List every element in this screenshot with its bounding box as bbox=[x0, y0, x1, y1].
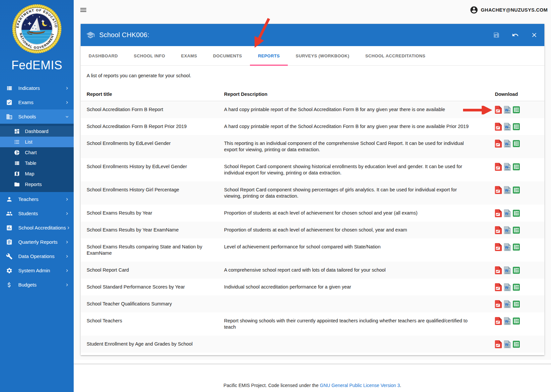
sidebar-item-school-accreditations[interactable]: School Accreditations bbox=[0, 221, 74, 235]
pdf-download-icon[interactable] bbox=[495, 266, 502, 274]
schools-submenu: DashboardListChartTableMapReports bbox=[0, 124, 74, 192]
pdf-download-icon[interactable] bbox=[495, 317, 502, 325]
table-row: School Accreditation Form B Report A har… bbox=[81, 101, 544, 118]
tab-reports[interactable]: REPORTS bbox=[250, 46, 288, 65]
user-email: GHACHEY@NUZUSYS.COM bbox=[481, 7, 548, 13]
excel-download-icon[interactable] bbox=[513, 300, 520, 308]
folder-icon bbox=[14, 181, 20, 187]
sidebar: DEPARTMENT OF EDUCATION NATIONAL GOVERNM… bbox=[0, 0, 74, 392]
sidebar-item-label: Students bbox=[18, 211, 38, 216]
pdf-download-icon[interactable] bbox=[495, 140, 502, 148]
word-download-icon[interactable]: W bbox=[504, 243, 511, 251]
table-row: School Enrollments History Girl Percenta… bbox=[81, 181, 544, 205]
sidebar-subitem-list[interactable]: List bbox=[0, 137, 74, 147]
sidebar-subitem-label: Chart bbox=[25, 150, 37, 155]
undo-icon[interactable] bbox=[512, 32, 519, 38]
table-body: School Accreditation Form B Report A har… bbox=[81, 101, 544, 353]
report-description: Level of achievement performance for sch… bbox=[224, 238, 492, 255]
save-icon[interactable] bbox=[493, 32, 500, 38]
sidebar-item-students[interactable]: Students bbox=[0, 206, 74, 221]
svg-text:W: W bbox=[505, 319, 509, 323]
report-description: Report showing schools with their curren… bbox=[224, 312, 492, 336]
excel-download-icon[interactable] bbox=[513, 123, 520, 131]
sidebar-subitem-label: List bbox=[25, 139, 33, 145]
word-download-icon[interactable]: W bbox=[504, 266, 511, 274]
gnu-license-link[interactable]: GNU General Public License Version 3 bbox=[320, 383, 400, 388]
sidebar-subitem-table[interactable]: Table bbox=[0, 158, 74, 168]
sidebar-item-teachers[interactable]: Teachers bbox=[0, 192, 74, 206]
sidebar-item-exams[interactable]: Exams bbox=[0, 95, 74, 109]
sidebar-item-data-operations[interactable]: Data Operations bbox=[0, 249, 74, 263]
sidebar-item-indicators[interactable]: Indicators bbox=[0, 81, 74, 95]
word-download-icon[interactable]: W bbox=[504, 226, 511, 234]
pdf-download-icon[interactable] bbox=[495, 186, 502, 194]
excel-download-icon[interactable] bbox=[513, 243, 520, 251]
footer-period: . bbox=[400, 383, 401, 388]
sidebar-item-quarterly-reports[interactable]: Quarterly Reports bbox=[0, 235, 74, 249]
word-download-icon[interactable]: W bbox=[504, 300, 511, 308]
tab-school-accreditations[interactable]: SCHOOL ACCREDITATIONS bbox=[357, 46, 433, 65]
sidebar-subitem-map[interactable]: Map bbox=[0, 168, 74, 179]
pdf-download-icon[interactable] bbox=[495, 106, 502, 114]
table-row: School Exams Results by Year ExamName Pr… bbox=[81, 222, 544, 238]
word-download-icon[interactable]: W bbox=[504, 106, 511, 114]
pdf-download-icon[interactable] bbox=[495, 209, 502, 217]
excel-download-icon[interactable] bbox=[513, 266, 520, 274]
svg-text:W: W bbox=[505, 142, 509, 146]
excel-download-icon[interactable] bbox=[513, 209, 520, 217]
table-row: School Report Card A comprehensive schoo… bbox=[81, 262, 544, 279]
excel-download-icon[interactable] bbox=[513, 226, 520, 234]
tab-surveys-workbook[interactable]: SURVEYS (WORKBOOK) bbox=[288, 46, 357, 65]
sidebar-item-label: Indicators bbox=[18, 85, 40, 91]
report-title: School Teacher Qualifications Summary bbox=[87, 295, 224, 312]
excel-download-icon[interactable] bbox=[513, 317, 520, 325]
excel-download-icon[interactable] bbox=[513, 340, 520, 348]
app-title: FedEMIS bbox=[0, 58, 74, 72]
sidebar-subitem-reports[interactable]: Reports bbox=[0, 179, 74, 190]
word-download-icon[interactable]: W bbox=[504, 209, 511, 217]
pdf-download-icon[interactable] bbox=[495, 226, 502, 234]
dashboard-icon bbox=[14, 128, 20, 134]
tab-school-info[interactable]: SCHOOL INFO bbox=[126, 46, 173, 65]
excel-download-icon[interactable] bbox=[513, 140, 520, 148]
svg-text:W: W bbox=[505, 269, 509, 273]
report-description bbox=[224, 336, 492, 346]
download-actions: W bbox=[492, 295, 538, 312]
tab-documents[interactable]: DOCUMENTS bbox=[205, 46, 250, 65]
word-download-icon[interactable]: W bbox=[504, 340, 511, 348]
gear-icon bbox=[6, 267, 13, 274]
pdf-download-icon[interactable] bbox=[495, 340, 502, 348]
word-download-icon[interactable]: W bbox=[504, 186, 511, 194]
pdf-download-icon[interactable] bbox=[495, 300, 502, 308]
close-icon[interactable] bbox=[531, 32, 538, 38]
chevron-right-icon bbox=[64, 211, 70, 216]
word-download-icon[interactable]: W bbox=[504, 140, 511, 148]
menu-icon[interactable] bbox=[79, 6, 87, 14]
word-download-icon[interactable]: W bbox=[504, 283, 511, 291]
tab-exams[interactable]: EXAMS bbox=[173, 46, 205, 65]
pdf-download-icon[interactable] bbox=[495, 163, 502, 171]
excel-download-icon[interactable] bbox=[513, 163, 520, 171]
user-menu[interactable]: GHACHEY@NUZUSYS.COM bbox=[470, 6, 548, 14]
pdf-download-icon[interactable] bbox=[495, 243, 502, 251]
excel-download-icon[interactable] bbox=[513, 186, 520, 194]
chevron-right-icon bbox=[64, 100, 70, 105]
pdf-download-icon[interactable] bbox=[495, 283, 502, 291]
excel-download-icon[interactable] bbox=[513, 283, 520, 291]
pdf-download-icon[interactable] bbox=[495, 123, 502, 131]
tab-dashboard[interactable]: DASHBOARD bbox=[81, 46, 126, 65]
excel-download-icon[interactable] bbox=[513, 106, 520, 114]
download-actions: W bbox=[492, 312, 538, 329]
sidebar-item-system-admin[interactable]: System Admin bbox=[0, 263, 74, 278]
school-card: School CHK006: DASHBOARDSCHOOL INFOEXAMS… bbox=[81, 24, 544, 355]
sidebar-item-schools[interactable]: Schools bbox=[0, 109, 74, 124]
word-download-icon[interactable]: W bbox=[504, 123, 511, 131]
report-title: School Standard Performance Scores by Ye… bbox=[87, 279, 224, 295]
report-title: School Teachers bbox=[87, 312, 224, 329]
word-download-icon[interactable]: W bbox=[504, 163, 511, 171]
download-actions: W bbox=[492, 205, 538, 221]
sidebar-item-budgets[interactable]: Budgets bbox=[0, 278, 74, 292]
word-download-icon[interactable]: W bbox=[504, 317, 511, 325]
sidebar-subitem-dashboard[interactable]: Dashboard bbox=[0, 126, 74, 137]
sidebar-subitem-chart[interactable]: Chart bbox=[0, 147, 74, 158]
